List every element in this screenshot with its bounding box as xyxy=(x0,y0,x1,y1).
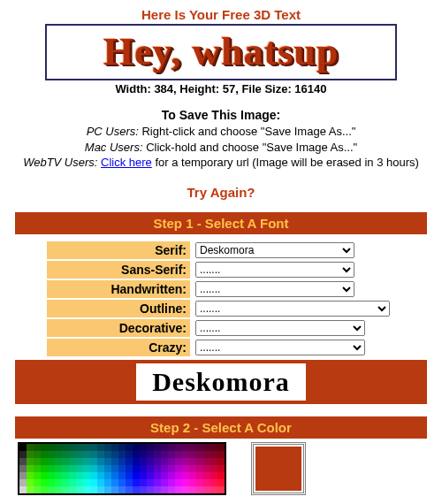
meta-filesize: 16140 xyxy=(294,82,326,95)
save-instruction-mac: Mac Users: Click-hold and choose "Save I… xyxy=(9,140,433,156)
font-select[interactable]: ....... xyxy=(195,281,354,297)
font-preview-bar: Deskomora xyxy=(15,360,427,404)
font-row-label: Outline: xyxy=(47,300,190,317)
try-again-link[interactable]: Try Again? xyxy=(9,185,433,200)
image-meta: Width: 384, Height: 57, File Size: 16140 xyxy=(9,82,433,95)
step1-title-bar: Step 1 - Select A Font xyxy=(15,212,427,234)
pc-users-label: PC Users: xyxy=(87,125,139,138)
color-palette[interactable] xyxy=(18,442,226,495)
meta-width: 384 xyxy=(154,82,173,95)
save-instruction-pc: PC Users: Right-click and choose "Save I… xyxy=(9,124,433,140)
step2-title-bar: Step 2 - Select A Color xyxy=(15,416,427,439)
font-row-label: Crazy: xyxy=(47,339,190,356)
webtv-temp-url-link[interactable]: Click here xyxy=(101,156,152,169)
save-instruction-webtv: WebTV Users: Click here for a temporary … xyxy=(9,155,433,171)
generated-3d-text: Hey, whatsup xyxy=(103,33,339,72)
selected-color-swatch xyxy=(255,447,301,491)
font-row-label: Serif: xyxy=(47,241,190,259)
font-select[interactable]: ....... xyxy=(195,301,390,317)
font-select[interactable]: ....... xyxy=(195,320,365,336)
generated-image-frame: Hey, whatsup xyxy=(45,24,397,80)
font-select-table: Serif:DeskomoraSans-Serif:.......Handwri… xyxy=(45,240,397,358)
font-preview-box: Deskomora xyxy=(136,363,306,401)
mac-users-label: Mac Users: xyxy=(85,141,143,154)
font-row-label: Sans-Serif: xyxy=(47,261,190,279)
webtv-users-label: WebTV Users: xyxy=(23,156,97,169)
meta-height: 57 xyxy=(223,82,235,95)
font-select[interactable]: ....... xyxy=(195,262,354,278)
selected-color-frame xyxy=(251,442,306,495)
save-heading: To Save This Image: xyxy=(9,108,433,122)
font-row-label: Decorative: xyxy=(47,319,190,337)
font-select[interactable]: ....... xyxy=(195,340,365,355)
font-select[interactable]: Deskomora xyxy=(195,242,354,258)
page-header: Here Is Your Free 3D Text xyxy=(9,7,433,22)
font-preview-text: Deskomora xyxy=(152,367,290,396)
font-row-label: Handwritten: xyxy=(47,280,190,298)
